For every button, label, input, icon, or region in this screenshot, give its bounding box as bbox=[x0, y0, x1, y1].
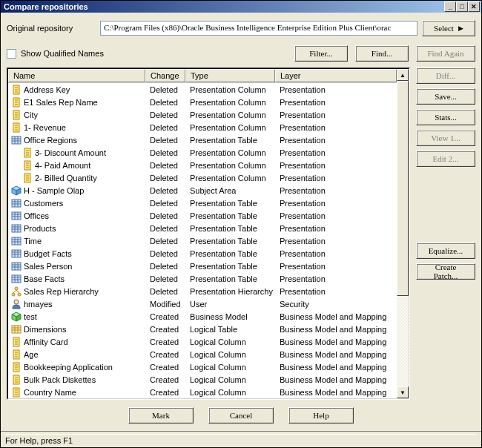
table-row[interactable]: Bookkeeping ApplicationCreatedLogical Co… bbox=[8, 360, 397, 373]
table-blue-icon bbox=[11, 223, 22, 234]
cell-layer: Presentation bbox=[275, 174, 397, 182]
equalize-button[interactable]: Equalize... bbox=[416, 243, 475, 259]
cell-layer: Business Model and Mapping bbox=[275, 350, 397, 359]
cell-type: Logical Column bbox=[185, 375, 275, 384]
close-icon[interactable]: ✕ bbox=[468, 1, 480, 12]
table-row[interactable]: ProductsDeletedPresentation TablePresent… bbox=[8, 222, 397, 234]
filter-button[interactable]: Filter... bbox=[294, 45, 348, 62]
cell-type: Presentation Table bbox=[185, 136, 275, 145]
show-qualified-names-checkbox[interactable] bbox=[7, 49, 16, 59]
table-row[interactable]: Affinity CardCreatedLogical ColumnBusine… bbox=[8, 335, 397, 348]
row-name-text: E1 Sales Rep Name bbox=[24, 98, 98, 107]
scroll-down-icon[interactable]: ▼ bbox=[397, 386, 409, 398]
table-row[interactable]: 1- RevenueDeletedPresentation ColumnPres… bbox=[8, 121, 397, 134]
compare-repositories-window: Compare repositories _ □ ✕ Original repo… bbox=[0, 0, 482, 448]
table-row[interactable]: CustomersDeletedPresentation TablePresen… bbox=[8, 197, 397, 209]
table-row[interactable]: DimensionsCreatedLogical TableBusiness M… bbox=[8, 323, 397, 335]
table-row[interactable]: 2- Billed QuantityDeletedPresentation Co… bbox=[8, 171, 397, 184]
table-blue-icon bbox=[11, 274, 22, 284]
cell-type: Presentation Column bbox=[185, 123, 275, 132]
cell-change: Created bbox=[145, 375, 185, 384]
save-button[interactable]: Save... bbox=[416, 88, 475, 105]
cell-name: 1- Revenue bbox=[8, 122, 145, 133]
row-name-text: Sales Person bbox=[24, 262, 72, 271]
table-row[interactable]: Address KeyDeletedPresentation ColumnPre… bbox=[8, 83, 397, 96]
vertical-scrollbar[interactable]: ▲ ▼ bbox=[397, 69, 409, 398]
diff-button[interactable]: Diff... bbox=[416, 67, 475, 84]
maximize-icon[interactable]: □ bbox=[456, 1, 468, 12]
table-row[interactable]: Bulk Pack DiskettesCreatedLogical Column… bbox=[8, 373, 397, 386]
table-row[interactable]: testCreatedBusiness ModelBusiness Model … bbox=[8, 310, 397, 323]
create-patch-button[interactable]: Create Patch... bbox=[416, 263, 475, 280]
cell-change: Deleted bbox=[145, 186, 185, 195]
table-row[interactable]: Office RegionsDeletedPresentation TableP… bbox=[8, 134, 397, 146]
column-header-layer[interactable]: Layer bbox=[275, 69, 397, 82]
cell-name: Bookkeeping Application bbox=[8, 362, 145, 372]
cell-type: Presentation Table bbox=[185, 262, 275, 271]
table-row[interactable]: 4- Paid AmountDeletedPresentation Column… bbox=[8, 159, 397, 171]
table-row[interactable]: Base FactsDeletedPresentation TablePrese… bbox=[8, 272, 397, 285]
show-qualified-names-label: Show Qualified Names bbox=[21, 49, 104, 58]
cell-layer: Business Model and Mapping bbox=[275, 337, 397, 346]
table-blue-icon bbox=[11, 198, 22, 208]
row-name-text: Country Name bbox=[24, 388, 76, 397]
minimize-icon[interactable]: _ bbox=[444, 1, 456, 12]
table-row[interactable]: CityDeletedPresentation ColumnPresentati… bbox=[8, 108, 397, 121]
help-button[interactable]: Help bbox=[288, 407, 354, 424]
scroll-track[interactable] bbox=[397, 81, 409, 386]
column-header-type[interactable]: Type bbox=[185, 69, 275, 82]
stats-button[interactable]: Stats... bbox=[416, 109, 475, 125]
table-row[interactable]: 3- Discount AmountDeletedPresentation Co… bbox=[8, 146, 397, 159]
table-row[interactable]: Sales Rep HierarchyDeletedPresentation H… bbox=[8, 285, 397, 297]
row-name-text: 2- Billed Quantity bbox=[35, 174, 97, 182]
find-again-button[interactable]: Find Again bbox=[416, 45, 475, 62]
view1-button[interactable]: View 1... bbox=[416, 130, 475, 146]
cell-layer: Presentation bbox=[275, 85, 397, 94]
cell-name: E1 Sales Rep Name bbox=[8, 97, 145, 108]
cell-type: Presentation Table bbox=[185, 224, 275, 233]
table-blue-icon bbox=[11, 211, 22, 221]
cell-change: Deleted bbox=[145, 287, 185, 296]
row-name-text: Time bbox=[24, 237, 42, 246]
cell-change: Created bbox=[145, 363, 185, 372]
cell-layer: Presentation bbox=[275, 211, 397, 220]
column-header-change[interactable]: Change bbox=[145, 69, 185, 82]
find-button[interactable]: Find... bbox=[355, 45, 409, 62]
original-repository-path[interactable]: C:\Program Files (x86)\Oracle Business I… bbox=[100, 21, 417, 36]
table-row[interactable]: OfficesDeletedPresentation TablePresenta… bbox=[8, 209, 397, 222]
row-name-text: hmayes bbox=[24, 300, 53, 309]
cell-change: Modified bbox=[145, 300, 185, 309]
cell-layer: Presentation bbox=[275, 161, 397, 170]
cell-type: Business Model bbox=[185, 312, 275, 321]
edit2-button[interactable]: Edit 2... bbox=[416, 151, 475, 167]
table-row[interactable]: E1 Sales Rep NameDeletedPresentation Col… bbox=[8, 96, 397, 108]
table-row[interactable]: hmayesModifiedUserSecurity bbox=[8, 297, 397, 310]
select-button-label: Select bbox=[434, 24, 454, 33]
table-row[interactable]: Budget FactsDeletedPresentation TablePre… bbox=[8, 247, 397, 260]
table-row[interactable]: TimeDeletedPresentation TablePresentatio… bbox=[8, 234, 397, 247]
table-row[interactable]: AgeCreatedLogical ColumnBusiness Model a… bbox=[8, 348, 397, 360]
cell-name: Country Name bbox=[8, 387, 145, 398]
cell-change: Deleted bbox=[145, 224, 185, 233]
cell-name: H - Sample Olap bbox=[8, 185, 145, 196]
cell-name: Bulk Pack Diskettes bbox=[8, 375, 145, 385]
select-button[interactable]: Select ▶ bbox=[422, 20, 475, 36]
row-name-text: test bbox=[24, 312, 37, 321]
cell-layer: Presentation bbox=[275, 199, 397, 208]
column-header-name[interactable]: Name bbox=[8, 69, 145, 82]
chevron-right-icon: ▶ bbox=[458, 24, 463, 32]
table-row[interactable]: Country NameCreatedLogical ColumnBusines… bbox=[8, 386, 397, 398]
cell-name: Customers bbox=[8, 198, 145, 208]
table-row[interactable]: H - Sample OlapDeletedSubject AreaPresen… bbox=[8, 184, 397, 197]
table-row[interactable]: Sales PersonDeletedPresentation TablePre… bbox=[8, 260, 397, 272]
cell-name: Products bbox=[8, 223, 145, 234]
col-yellow-icon bbox=[11, 97, 22, 108]
mark-button[interactable]: Mark bbox=[128, 407, 194, 424]
scroll-thumb[interactable] bbox=[397, 81, 409, 296]
cell-layer: Presentation bbox=[275, 262, 397, 271]
cell-layer: Presentation bbox=[275, 186, 397, 195]
scroll-up-icon[interactable]: ▲ bbox=[397, 69, 409, 81]
row-name-text: Offices bbox=[24, 211, 49, 220]
cancel-button[interactable]: Cancel bbox=[208, 407, 274, 424]
row-name-text: Address Key bbox=[24, 85, 70, 94]
